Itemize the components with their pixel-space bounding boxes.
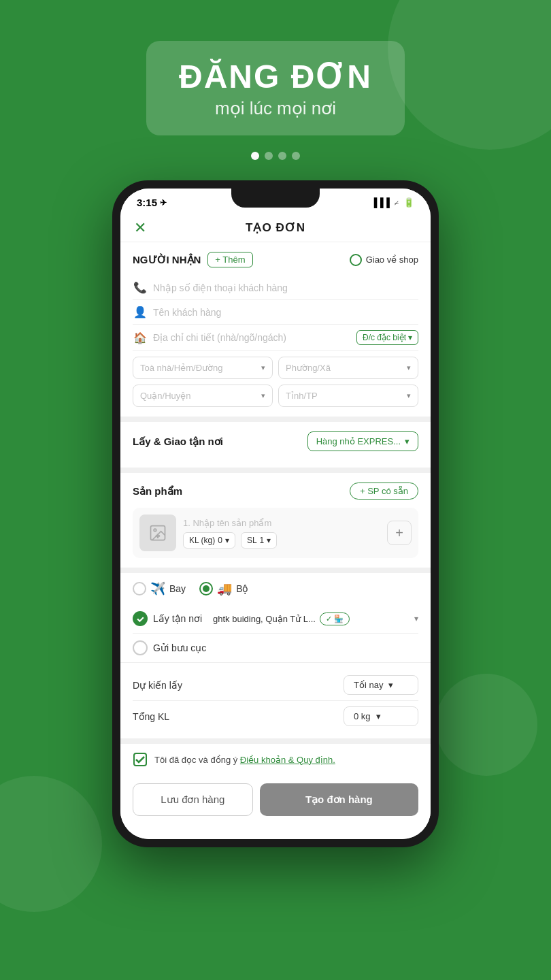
recipient-title: NGƯỜI NHẬN <box>133 254 201 266</box>
sl-value: 1 <box>260 536 265 545</box>
close-button[interactable]: ✕ <box>134 219 146 237</box>
pickup-chevron: ▾ <box>414 614 418 623</box>
district-dropdown[interactable]: Quận/Huyện ▾ <box>133 385 273 407</box>
pickup-time-row: Dự kiến lấy Tối nay ▾ <box>133 670 418 701</box>
address-dropdowns: Toà nhà/Hẻm/Đường ▾ Phường/Xã ▾ Quận/Huy… <box>133 357 418 407</box>
deliver-to-shop-radio[interactable] <box>350 254 362 266</box>
bo-radio[interactable] <box>199 582 213 595</box>
tag-shop-icon: 🏪 <box>334 615 344 623</box>
pickup-time-arrow: ▾ <box>388 680 393 690</box>
ward-dropdown-arrow: ▾ <box>407 363 411 372</box>
send-post-label: Gửi bưu cục <box>153 642 206 653</box>
transport-bay-option[interactable]: ✈️ Bay <box>133 581 186 596</box>
sl-dropdown[interactable]: SL 1 ▾ <box>241 532 277 549</box>
phone-mockup: 3:15 ✈ ▐▐▐ ⌿ 🔋 ✕ TẠO ĐƠN <box>112 180 439 847</box>
address-placeholder: Địa chỉ chi tiết (nhà/ngõ/ngách) <box>153 332 351 343</box>
district-placeholder: Quận/Huyện <box>140 391 191 401</box>
pickup-address-tag[interactable]: ✓ 🏪 <box>320 612 350 625</box>
plane-icon: ✈️ <box>150 581 165 596</box>
deliver-to-shop-option[interactable]: Giao về shop <box>350 254 418 266</box>
total-kl-arrow: ▾ <box>376 711 381 721</box>
ward-dropdown[interactable]: Phường/Xã ▾ <box>278 357 418 379</box>
total-kl-row: Tổng KL 0 kg ▾ <box>133 701 418 732</box>
name-placeholder: Tên khách hàng <box>153 307 418 318</box>
street-dropdown[interactable]: Toà nhà/Hẻm/Đường ▾ <box>133 357 273 379</box>
name-input-row[interactable]: 👤 Tên khách hàng <box>133 300 418 325</box>
create-order-button[interactable]: Tạo đơn hàng <box>260 783 418 816</box>
bay-radio[interactable] <box>133 582 146 595</box>
add-existing-product-button[interactable]: + SP có sẵn <box>350 483 418 500</box>
send-post-radio[interactable] <box>133 640 148 655</box>
dot-3[interactable] <box>278 152 286 160</box>
battery-icon: 🔋 <box>403 197 414 208</box>
wifi-icon: ⌿ <box>394 197 399 208</box>
pickup-section: Lấy tận nơi ghtk buiding, Quận Tử L... ✓… <box>120 604 431 662</box>
pickup-time-label: Dự kiến lấy <box>133 680 182 691</box>
status-icons: ▐▐▐ ⌿ 🔋 <box>371 197 414 208</box>
delivery-section: Lấy & Giao tận nơi Hàng nhỏ EXPRES... ▾ <box>120 416 431 468</box>
product-details: 1. Nhập tên sản phẩm KL (kg) 0 ▾ SL 1 <box>183 518 380 549</box>
pickup-time-value: Tối nay <box>354 680 383 690</box>
svg-rect-3 <box>134 753 146 766</box>
terms-row: Tôi đã đọc và đồng ý Điều khoản & Quy đị… <box>133 752 418 767</box>
terms-section: Tôi đã đọc và đồng ý Điều khoản & Quy đị… <box>120 738 431 775</box>
special-address-button[interactable]: Đ/c đặc biệt ▾ <box>356 330 418 345</box>
pickup-time-dropdown[interactable]: Tối nay ▾ <box>344 675 418 695</box>
dot-1[interactable] <box>251 152 259 160</box>
transport-bo-option[interactable]: 🚚 Bộ <box>199 581 248 596</box>
recipient-header: NGƯỜI NHẬN + Thêm Giao về shop <box>133 252 418 267</box>
delivery-label: Lấy & Giao tận nơi <box>133 436 223 448</box>
recipient-section: NGƯỜI NHẬN + Thêm Giao về shop <box>120 242 431 416</box>
transport-section: ✈️ Bay 🚚 Bộ <box>120 568 431 604</box>
phone-icon: 📞 <box>133 281 148 294</box>
ward-placeholder: Phường/Xã <box>286 363 331 373</box>
kl-dropdown[interactable]: KL (kg) 0 ▾ <box>183 532 235 549</box>
carousel-dots <box>251 152 300 160</box>
province-dropdown-arrow: ▾ <box>407 391 411 400</box>
address-input-row[interactable]: 🏠 Địa chỉ chi tiết (nhà/ngõ/ngách) Đ/c đ… <box>133 325 418 351</box>
app-header: ✕ TẠO ĐƠN <box>120 214 431 242</box>
dot-4[interactable] <box>292 152 300 160</box>
truck-icon: 🚚 <box>217 581 232 596</box>
kl-arrow: ▾ <box>225 536 229 545</box>
district-dropdown-arrow: ▾ <box>261 391 265 400</box>
total-kl-dropdown[interactable]: 0 kg ▾ <box>344 706 418 726</box>
total-kl-label: Tổng KL <box>133 711 169 722</box>
province-dropdown[interactable]: Tỉnh/TP ▾ <box>278 385 418 407</box>
phone-input-row[interactable]: 📞 Nhập số điện thoại khách hàng <box>133 276 418 300</box>
terms-checkbox[interactable] <box>133 752 148 767</box>
add-recipient-button[interactable]: + Thêm <box>207 252 252 267</box>
product-image-placeholder[interactable]: + <box>139 514 176 551</box>
delivery-dropdown[interactable]: Hàng nhỏ EXPRES... ▾ <box>307 431 418 451</box>
app-content[interactable]: NGƯỜI NHẬN + Thêm Giao về shop <box>120 242 431 839</box>
svg-text:+: + <box>156 533 159 540</box>
svg-point-1 <box>154 529 156 532</box>
send-post-row[interactable]: Gửi bưu cục <box>133 634 418 662</box>
terms-link[interactable]: Điều khoản & Quy định. <box>240 755 335 765</box>
pickup-row[interactable]: Lấy tận nơi ghtk buiding, Quận Tử L... ✓… <box>133 604 418 634</box>
app-title: TẠO ĐƠN <box>246 220 305 235</box>
product-item: + 1. Nhập tên sản phẩm KL (kg) 0 ▾ <box>133 508 418 558</box>
product-title: Sản phẩm <box>133 485 182 497</box>
sl-arrow: ▾ <box>267 536 271 545</box>
pickup-label: Lấy tận nơi <box>153 613 207 624</box>
street-dropdown-arrow: ▾ <box>261 363 265 372</box>
product-meta: KL (kg) 0 ▾ SL 1 ▾ <box>183 532 380 549</box>
page-subtitle: mọi lúc mọi nơi <box>179 98 372 119</box>
phone-notch <box>231 189 320 208</box>
kl-label: KL (kg) <box>189 536 215 545</box>
tag-checkmark: ✓ <box>326 615 332 623</box>
sl-label: SL <box>247 536 257 545</box>
save-order-button[interactable]: Lưu đơn hàng <box>133 783 253 816</box>
delivery-row: Lấy & Giao tận nơi Hàng nhỏ EXPRES... ▾ <box>133 431 418 451</box>
product-name-input[interactable]: 1. Nhập tên sản phẩm <box>183 518 380 528</box>
bo-label: Bộ <box>236 583 248 594</box>
home-icon: 🏠 <box>133 331 148 344</box>
phone-placeholder: Nhập số điện thoại khách hàng <box>153 282 418 293</box>
bay-label: Bay <box>169 583 186 594</box>
pickup-address-text: ghtk buiding, Quận Tử L... <box>213 614 316 624</box>
deliver-to-shop-label: Giao về shop <box>366 255 418 265</box>
add-product-button[interactable]: + <box>387 521 412 545</box>
signal-icon: ▐▐▐ <box>371 197 390 208</box>
dot-2[interactable] <box>265 152 273 160</box>
